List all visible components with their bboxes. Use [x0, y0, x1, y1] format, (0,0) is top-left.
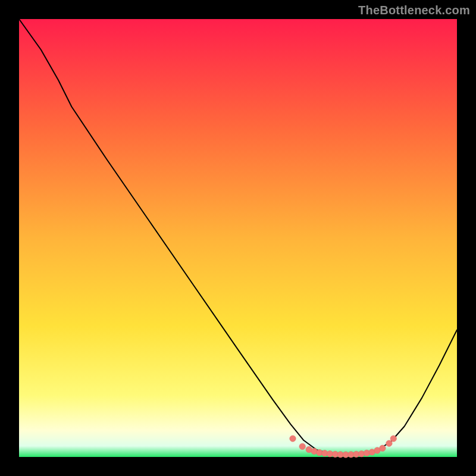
min-marker [386, 440, 392, 446]
min-marker [299, 443, 305, 449]
min-marker [290, 436, 296, 441]
min-marker [380, 445, 386, 451]
min-marker [390, 436, 396, 441]
chart-container: TheBottleneck.com [0, 0, 476, 476]
watermark-label: TheBottleneck.com [358, 4, 470, 17]
bottleneck-chart [0, 0, 476, 476]
plot-background [19, 19, 457, 457]
